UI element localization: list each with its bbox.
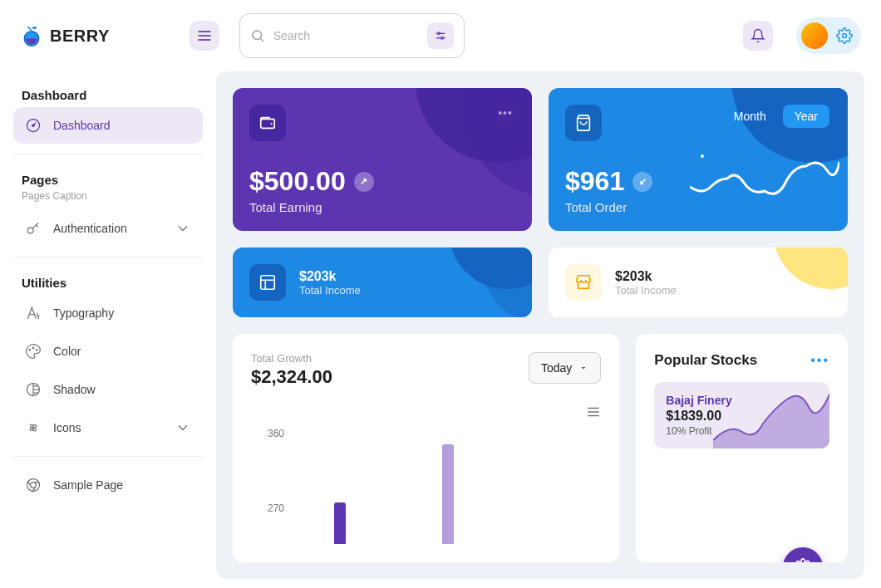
key-icon: [25, 220, 42, 237]
trend-down-icon: ↙: [632, 172, 652, 192]
berry-icon: [20, 24, 43, 47]
search-filter-button[interactable]: [427, 22, 454, 49]
svg-point-18: [36, 350, 37, 351]
growth-label: Total Growth: [251, 352, 332, 365]
svg-point-17: [32, 347, 34, 349]
sidebar-item-icons[interactable]: Icons: [13, 409, 203, 446]
growth-value: $2,324.00: [251, 366, 332, 388]
card-menu-button[interactable]: •••: [492, 101, 519, 125]
chart-bar: [442, 444, 454, 544]
sidebar-item-dashboard[interactable]: Dashboard: [13, 107, 203, 144]
bell-icon: [751, 28, 765, 43]
stock-area-chart: [713, 382, 829, 448]
svg-point-12: [843, 34, 847, 38]
sidebar-item-sample-page[interactable]: Sample Page: [13, 467, 203, 503]
section-dashboard: Dashboard: [13, 80, 203, 105]
section-pages-caption: Pages Caption: [13, 190, 203, 208]
income-icon-box: [249, 264, 286, 301]
table-icon: [258, 273, 277, 292]
total-income-card-2: $203k Total Income: [549, 247, 848, 317]
settings-fab[interactable]: [783, 547, 823, 562]
sidebar-item-color[interactable]: Color: [13, 333, 203, 370]
typography-icon: [25, 305, 42, 321]
stocks-title: Popular Stocks: [654, 352, 757, 369]
svg-point-16: [29, 350, 31, 351]
sliders-icon: [434, 29, 447, 42]
svg-point-6: [253, 31, 262, 40]
sidebar: Dashboard Dashboard Pages Pages Caption …: [0, 71, 216, 588]
svg-point-14: [32, 125, 35, 127]
palette-icon: [25, 343, 42, 360]
income1-value: $203k: [299, 269, 361, 284]
nav-label: Dashboard: [53, 119, 111, 132]
sidebar-item-shadow[interactable]: Shadow: [13, 371, 203, 408]
nav-label: Shadow: [53, 383, 96, 396]
main-content: ••• $500.00 ↗ Total Earning Month Year $…: [216, 71, 864, 579]
sidebar-item-authentication[interactable]: Authentication: [13, 210, 203, 247]
header: BERRY: [0, 0, 881, 71]
svg-point-9: [437, 32, 440, 35]
profile-menu[interactable]: [796, 17, 861, 54]
nav-label: Typography: [53, 306, 114, 320]
svg-point-27: [701, 154, 704, 158]
search-icon: [250, 28, 265, 43]
y-tick: 360: [268, 428, 284, 439]
svg-point-20: [27, 479, 40, 492]
stocks-menu-button[interactable]: •••: [810, 353, 829, 368]
svg-rect-25: [261, 119, 275, 128]
nav-label: Sample Page: [53, 478, 123, 492]
chevron-down-icon: [175, 419, 191, 436]
nav-label: Icons: [53, 421, 81, 434]
search-input[interactable]: [273, 29, 419, 42]
speedometer-icon: [25, 117, 42, 134]
time-toggle: Month Year: [722, 105, 829, 128]
total-income-card-1: $203k Total Income: [233, 247, 532, 317]
chrome-icon: [25, 477, 42, 493]
svg-point-11: [440, 37, 443, 39]
stock-item[interactable]: Bajaj Finery $1839.00 10% Profit: [654, 382, 829, 448]
storefront-icon: [574, 273, 593, 292]
y-tick: 270: [268, 502, 284, 514]
sidebar-item-typography[interactable]: Typography: [13, 295, 203, 331]
brand-text: BERRY: [50, 27, 110, 46]
growth-chart: 360 270: [251, 428, 601, 544]
popular-stocks-card: Popular Stocks ••• Bajaj Finery $1839.00…: [636, 334, 848, 562]
chart-bar: [334, 502, 346, 544]
dropdown-value: Today: [541, 361, 572, 375]
menu-lines-icon: [586, 404, 601, 419]
brand-logo: BERRY: [20, 24, 110, 47]
wallet-icon: [258, 114, 277, 132]
windmill-icon: [25, 419, 42, 436]
chart-menu-button[interactable]: [251, 404, 601, 419]
total-order-card: Month Year $961 ↙ Total Order: [549, 88, 848, 231]
search-field[interactable]: [239, 13, 465, 58]
avatar: [801, 22, 828, 49]
toggle-year[interactable]: Year: [783, 105, 829, 128]
caret-down-icon: [578, 363, 588, 373]
gear-icon: [794, 558, 812, 562]
income2-label: Total Income: [615, 284, 677, 296]
toggle-month[interactable]: Month: [722, 105, 778, 128]
menu-toggle-button[interactable]: [189, 21, 219, 51]
growth-period-dropdown[interactable]: Today: [529, 352, 601, 384]
earning-icon-box: [249, 105, 286, 141]
notifications-button[interactable]: [743, 21, 773, 51]
income2-icon-box: [565, 264, 602, 301]
shadow-icon: [25, 381, 42, 398]
nav-label: Authentication: [53, 222, 127, 235]
order-icon-box: [565, 105, 602, 141]
svg-line-7: [260, 38, 263, 41]
svg-point-15: [27, 228, 33, 233]
earning-value: $500.00: [249, 166, 346, 197]
trend-up-icon: ↗: [354, 172, 374, 192]
chevron-down-icon: [175, 220, 191, 237]
total-growth-card: Total Growth $2,324.00 Today 360 270: [233, 334, 619, 562]
svg-point-2: [32, 27, 37, 30]
income2-value: $203k: [615, 269, 677, 284]
order-sparkline: [690, 149, 839, 208]
section-pages: Pages: [13, 164, 203, 190]
nav-label: Color: [53, 345, 81, 358]
income1-label: Total Income: [299, 284, 361, 296]
section-utilities: Utilities: [13, 267, 203, 293]
shopping-bag-icon: [574, 114, 593, 132]
